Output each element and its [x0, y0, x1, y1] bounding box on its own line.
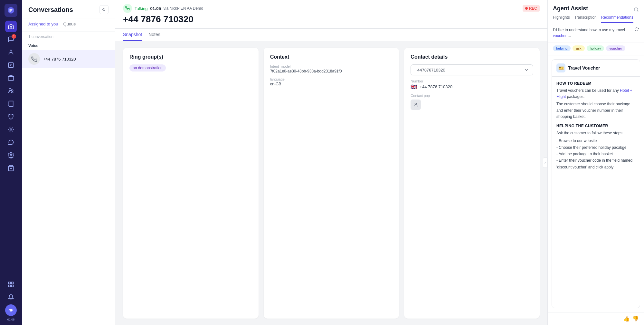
sidebar-item-conversations[interactable]: 1 — [5, 33, 17, 45]
redeem-rest: packages. — [567, 94, 585, 99]
contact-number-value: +44 7876 710320 — [420, 84, 452, 89]
svg-rect-12 — [12, 285, 14, 287]
aa-tab-transcription[interactable]: Transcription — [574, 15, 597, 23]
contact-pop-label: Contact pop — [411, 94, 533, 98]
svg-point-7 — [10, 155, 12, 156]
context-card: Context Intent_model 7f02a1e0-ae30-43bb-… — [264, 48, 399, 319]
language-label: language — [270, 77, 393, 81]
left-navigation: 1 NP 01:05 — [0, 0, 22, 325]
contact-dropdown-value: +447876710320 — [415, 68, 445, 72]
conversation-tabs: Assigned to you Queue — [22, 18, 115, 32]
right-collapse-handle[interactable] — [543, 158, 547, 168]
tag-ask[interactable]: ask — [573, 45, 584, 51]
ring-group-title: Ring group(s) — [129, 54, 252, 60]
contact-details-title: Contact details — [411, 54, 533, 60]
svg-point-13 — [415, 103, 417, 105]
svg-point-1 — [10, 50, 12, 52]
call-number: +44 7876 710320 — [123, 14, 540, 24]
voice-section-label: Voice — [22, 42, 115, 50]
call-timer: 01:05 — [150, 6, 161, 11]
thumbs-down-button[interactable]: 👎 — [632, 316, 639, 322]
conversations-title: Conversations — [28, 6, 73, 14]
call-via: via NickP EN AA Demo — [164, 6, 203, 11]
user-avatar[interactable]: NP — [5, 304, 17, 316]
call-status-text: Talking — [135, 6, 147, 11]
svg-point-6 — [10, 129, 12, 130]
transcript-rest: ... — [568, 33, 571, 38]
chevron-down-icon — [524, 67, 529, 72]
ring-group-card: Ring group(s) aa demonstration — [123, 48, 259, 319]
how-to-redeem-title: HOW TO REDEEM — [556, 81, 635, 86]
aa-tab-recommendations[interactable]: Recommendations — [601, 15, 633, 23]
sidebar-item-bell[interactable] — [5, 292, 17, 303]
svg-line-15 — [637, 11, 638, 12]
svg-point-5 — [12, 90, 13, 91]
main-content: Talking 01:05 via NickP EN AA Demo REC +… — [115, 0, 547, 325]
aa-search-icon[interactable] — [634, 7, 639, 13]
sidebar-item-agents[interactable] — [5, 85, 17, 97]
redeem-intro: Travel vouchers can be used for any Hote… — [556, 88, 635, 100]
contact-dropdown[interactable]: +447876710320 — [411, 64, 533, 75]
sidebar-item-reports[interactable] — [5, 59, 17, 71]
sidebar-item-bag[interactable] — [5, 162, 17, 174]
sidebar-item-inbox[interactable] — [5, 72, 17, 84]
tab-queue[interactable]: Queue — [63, 22, 76, 28]
call-header: Talking 01:05 via NickP EN AA Demo REC +… — [115, 0, 547, 29]
helping-customer-title: HELPING THE CUSTOMER — [556, 124, 635, 128]
tab-assigned[interactable]: Assigned to you — [28, 22, 58, 28]
refresh-button[interactable] — [634, 27, 639, 33]
user-time: 01:05 — [7, 318, 15, 321]
transcript-text-part: I'd like to understand how to use my tra… — [553, 28, 625, 32]
tv-card-title: Travel Voucher — [568, 65, 600, 71]
context-title: Context — [270, 54, 393, 60]
thumbs-up-button[interactable]: 👍 — [623, 316, 630, 322]
redeem-intro-text: Travel vouchers can be used for any — [556, 88, 619, 93]
sidebar-item-settings2[interactable] — [5, 149, 17, 161]
content-tabs: Snapshot Notes — [115, 29, 547, 41]
sidebar-item-grid[interactable] — [5, 279, 17, 290]
language-value: en-GB — [270, 82, 393, 86]
contact-number-row: 🇬🇧 +44 7876 710320 — [411, 84, 533, 90]
collapse-button[interactable] — [99, 5, 109, 14]
context-field-intent: Intent_model 7f02a1e0-ae30-43bb-938a-bdd… — [270, 64, 393, 73]
aa-transcript-row: I'd like to understand how to use my tra… — [548, 23, 644, 43]
conversation-item[interactable]: +44 7876 710320 — [22, 50, 115, 68]
step-3: - Add the package to their basket — [556, 151, 635, 157]
sidebar-item-home[interactable] — [5, 21, 17, 32]
contact-details-card: Contact details +447876710320 Number 🇬🇧 … — [404, 48, 540, 319]
context-field-language: language en-GB — [270, 77, 393, 86]
transcript-highlight: voucher — [553, 33, 567, 38]
step-4: - Enter their voucher code in the field … — [556, 157, 635, 170]
call-phone-icon — [123, 4, 132, 13]
sidebar-item-shield[interactable] — [5, 111, 17, 122]
conversation-count: 1 conversation — [22, 32, 115, 42]
intent-value: 7f02a1e0-ae30-43bb-938a-bdd2318a91f0 — [270, 69, 393, 73]
contact-pop-icon[interactable] — [411, 100, 421, 110]
aa-tags-row: helping ask holiday voucher — [548, 43, 644, 55]
svg-rect-3 — [8, 77, 14, 81]
tv-card-icon: 🎫 — [556, 63, 565, 72]
tab-snapshot[interactable]: Snapshot — [123, 29, 142, 41]
tab-notes[interactable]: Notes — [148, 29, 160, 41]
svg-point-4 — [9, 89, 11, 91]
sidebar-item-knowledge[interactable] — [5, 98, 17, 110]
conversations-header: Conversations — [22, 0, 115, 18]
travel-voucher-card: 🎫 Travel Voucher HOW TO REDEEM Travel vo… — [552, 59, 640, 308]
tag-voucher[interactable]: voucher — [606, 45, 625, 51]
conversation-phone: +44 7876 710320 — [43, 57, 76, 62]
aa-header: Agent Assist Highlights Transcription Re… — [548, 0, 644, 23]
number-label: Number — [411, 79, 533, 83]
sidebar-item-contacts[interactable] — [5, 46, 17, 58]
sidebar-item-chat[interactable] — [5, 137, 17, 148]
tv-card-body: HOW TO REDEEM Travel vouchers can be use… — [552, 77, 640, 175]
svg-point-14 — [634, 8, 638, 11]
sidebar-item-integrations[interactable] — [5, 124, 17, 135]
tag-helping[interactable]: helping — [553, 45, 571, 51]
svg-rect-11 — [9, 285, 11, 287]
rec-label: REC — [529, 6, 537, 11]
aa-tabs: Highlights Transcription Recommendations — [553, 15, 639, 23]
aa-tab-highlights[interactable]: Highlights — [553, 15, 570, 23]
tag-holiday[interactable]: holiday — [587, 45, 604, 51]
aa-feedback: 👍 👎 — [548, 312, 644, 325]
conversations-panel: Conversations Assigned to you Queue 1 co… — [22, 0, 115, 325]
